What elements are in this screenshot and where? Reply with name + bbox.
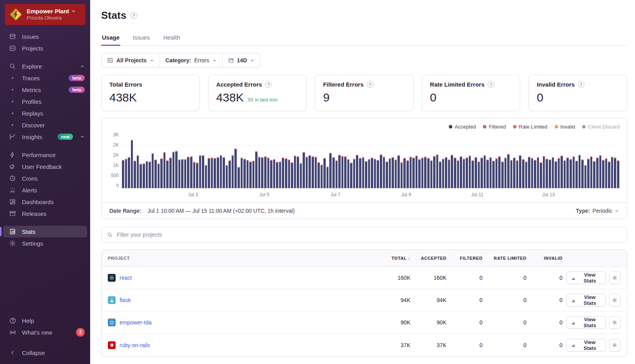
category-filter-button[interactable]: Category: Errors [160,53,222,67]
table-row: empower-tda 90K 90K 0 0 0 View Stats [102,311,627,334]
col-header-total[interactable]: TOTAL↓ [374,255,410,261]
sidebar-item-metrics[interactable]: Metrics beta [0,84,90,96]
sidebar-item-label: Projects [22,45,85,52]
cell-filtered: 0 [446,275,483,281]
type-label: Type: [576,208,590,214]
chevron-down-icon [80,134,85,139]
project-settings-button[interactable] [609,339,620,351]
project-link[interactable]: ruby-on-rails [120,342,150,348]
legend-item[interactable]: Accepted [449,124,476,130]
chart-bars[interactable] [122,134,620,188]
help-circle-icon[interactable]: ? [131,12,137,19]
legend-item[interactable]: Filtered [483,124,506,130]
sidebar-item-discover[interactable]: Discover [0,119,90,131]
cell-rate-limited: 0 [483,319,526,326]
legend-item[interactable]: Client Discard [582,124,620,130]
cell-invalid: 0 [526,275,562,281]
help-circle-icon[interactable]: ? [488,81,494,88]
sidebar-item-crons[interactable]: Crons [0,172,90,184]
legend-item[interactable]: Invalid [555,124,575,130]
cell-accepted: 94K [410,297,446,303]
sidebar-item-stats[interactable]: Stats [0,226,90,237]
tab-usage[interactable]: Usage [101,31,120,46]
sidebar-item-settings[interactable]: Settings [0,237,90,249]
search-input[interactable] [117,232,621,238]
sidebar-item-explore[interactable]: Explore [0,60,90,72]
sidebar-item-label: Crons [22,175,85,182]
sidebar-item-user-feedback[interactable]: User Feedback [0,161,90,172]
sidebar-item-dashboards[interactable]: Dashboards [0,196,90,208]
help-circle-icon[interactable]: ? [367,81,374,88]
sidebar-item-label: Help [22,317,85,324]
cell-accepted: 90K [410,319,446,326]
sidebar-item-issues[interactable]: Issues [0,31,90,42]
siren-icon [9,186,16,194]
tab-health[interactable]: Health [162,31,181,46]
chevron-left-icon [9,349,16,357]
project-link[interactable]: flask [120,297,131,303]
tab-issues[interactable]: Issues [132,31,151,46]
filter-bar: All Projects Category: Errors 14D [101,53,260,68]
bullet-icon [9,121,16,129]
project-settings-button[interactable] [609,272,620,284]
sidebar-collapse-button[interactable]: Collapse [0,347,90,359]
cell-invalid: 0 [526,342,562,348]
dashboards-icon [9,198,16,206]
new-badge: new [58,134,73,140]
sidebar-item-replays[interactable]: Replays [0,107,90,119]
view-stats-button[interactable]: View Stats [566,339,606,351]
col-header-accepted[interactable]: ACCEPTED [410,256,446,261]
col-header-rate-limited[interactable]: RATE LIMITED [483,256,526,261]
gear-icon [612,275,617,281]
project-link[interactable]: empower-tda [120,319,152,326]
main-content: Stats ? Usage Issues Health All Projects… [90,0,635,364]
sidebar-item-whats-new[interactable]: What's new 2 [0,326,90,338]
cell-total: 37K [374,342,410,348]
col-header-invalid[interactable]: INVALID [526,256,562,261]
view-stats-button[interactable]: View Stats [566,294,606,306]
table-row: flask 94K 94K 0 0 0 View Stats [102,289,627,311]
project-link[interactable]: react [120,275,132,281]
card-accepted-errors: Accepted Errors? 438K55 in last min [208,75,307,111]
help-circle-icon[interactable]: ? [265,81,272,88]
sidebar-item-projects[interactable]: Projects [0,42,90,54]
help-circle-icon[interactable]: ? [578,81,584,88]
date-period-button[interactable]: 14D [222,53,260,67]
sidebar-item-profiles[interactable]: Profiles [0,96,90,107]
cell-invalid: 0 [526,297,562,303]
legend-item[interactable]: Rate Limited [513,124,548,130]
card-total-errors: Total Errors 438K [101,75,200,111]
sidebar-item-label: Discover [22,122,85,129]
x-axis-labels: Jul 3Jul 5Jul 7Jul 9Jul 11Jul 13 [122,188,620,200]
type-value: Periodic [592,208,612,214]
org-switcher[interactable]: Empower Plant Priscila Oliveira [5,4,85,25]
sidebar-item-label: Profiles [22,98,85,105]
sidebar-item-releases[interactable]: Releases [0,208,90,219]
project-settings-button[interactable] [609,316,620,329]
view-stats-button[interactable]: View Stats [566,316,606,329]
project-filter-button[interactable]: All Projects [102,53,160,67]
project-settings-button[interactable] [609,294,620,306]
cell-accepted: 160K [410,275,446,281]
megaphone-icon [9,163,16,170]
org-logo-icon [9,7,23,22]
broadcast-icon [9,328,16,336]
view-stats-button[interactable]: View Stats [566,272,606,284]
col-header-filtered[interactable]: FILTERED [446,256,483,261]
cell-filtered: 0 [446,319,483,326]
gear-icon [9,239,16,247]
card-invalid-errors: Invalid Errors? 0 [528,75,627,111]
beta-badge: beta [69,75,85,81]
cell-rate-limited: 0 [483,342,526,348]
search-icon [9,62,16,70]
sidebar-item-help[interactable]: Help [0,315,90,326]
insights-icon [9,133,16,141]
col-header-project[interactable]: PROJECT [108,256,374,261]
sidebar-item-insights[interactable]: Insights new [0,131,90,143]
sidebar-item-performance[interactable]: Performance [0,149,90,161]
sidebar-item-traces[interactable]: Traces beta [0,72,90,84]
card-value: 0 [537,91,543,104]
sidebar-item-alerts[interactable]: Alerts [0,184,90,196]
type-selector[interactable]: Type: Periodic [576,208,619,214]
stat-cards: Total Errors 438K Accepted Errors? 438K5… [101,75,627,111]
